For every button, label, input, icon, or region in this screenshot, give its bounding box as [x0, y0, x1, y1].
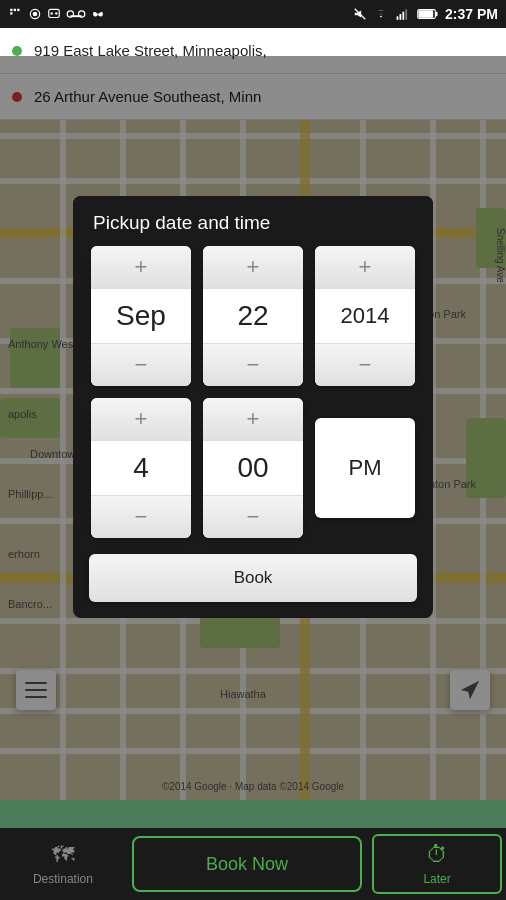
pickup-datetime-modal: Pickup date and time + Sep − + 22 −: [73, 196, 433, 618]
svg-rect-17: [419, 10, 434, 17]
later-icon: ⏱: [426, 842, 448, 868]
minute-increment-btn[interactable]: +: [203, 398, 303, 440]
battery-icon: [417, 8, 439, 20]
modal-title: Pickup date and time: [93, 212, 270, 233]
svg-rect-0: [10, 9, 12, 11]
time-display: 2:37 PM: [445, 6, 498, 22]
svg-rect-12: [397, 16, 399, 20]
book-now-button[interactable]: Book Now: [132, 836, 362, 892]
wifi-icon: [373, 7, 389, 21]
bbm-icon: [46, 7, 62, 21]
map-background: Anthony Wes... apolis Downtown Phillipp.…: [0, 28, 506, 800]
destination-icon: 🗺: [52, 842, 74, 868]
svg-point-5: [33, 12, 38, 17]
modal-book-button[interactable]: Book: [89, 554, 417, 602]
modal-header: Pickup date and time: [73, 196, 433, 246]
svg-rect-2: [17, 9, 19, 11]
svg-rect-14: [402, 12, 404, 20]
month-decrement-btn[interactable]: −: [91, 344, 191, 386]
hour-value: 4: [91, 440, 191, 496]
phone-icon: [28, 7, 42, 21]
month-increment-btn[interactable]: +: [91, 246, 191, 288]
signal-icon: [395, 7, 411, 21]
origin-dot: [12, 46, 22, 56]
year-spinner: + 2014 −: [315, 246, 415, 386]
svg-point-7: [51, 12, 53, 14]
svg-rect-6: [49, 9, 60, 17]
day-spinner: + 22 −: [203, 246, 303, 386]
year-decrement-btn[interactable]: −: [315, 344, 415, 386]
status-bar: 2:37 PM: [0, 0, 506, 28]
svg-rect-1: [14, 9, 16, 11]
status-bar-right-icons: 2:37 PM: [353, 6, 498, 22]
bottom-nav: 🗺 Destination Book Now ⏱ Later: [0, 828, 506, 900]
destination-label: Destination: [33, 872, 93, 886]
time-row: + 4 − + 00 − PM: [73, 398, 433, 538]
svg-point-8: [55, 12, 57, 14]
year-increment-btn[interactable]: +: [315, 246, 415, 288]
ampm-toggle[interactable]: PM: [315, 418, 415, 518]
book-now-label: Book Now: [206, 854, 288, 875]
svg-rect-3: [10, 12, 12, 14]
butterfly-icon: [90, 7, 106, 21]
hour-increment-btn[interactable]: +: [91, 398, 191, 440]
nav-later[interactable]: ⏱ Later: [372, 834, 502, 894]
svg-rect-15: [405, 9, 407, 19]
svg-rect-11: [70, 15, 81, 17]
day-increment-btn[interactable]: +: [203, 246, 303, 288]
month-spinner: + Sep −: [91, 246, 191, 386]
minute-decrement-btn[interactable]: −: [203, 496, 303, 538]
minute-spinner: + 00 −: [203, 398, 303, 538]
status-bar-left-icons: [8, 7, 106, 21]
day-value: 22: [203, 288, 303, 344]
later-label: Later: [423, 872, 450, 886]
svg-rect-13: [400, 14, 402, 20]
year-value: 2014: [315, 288, 415, 344]
hour-decrement-btn[interactable]: −: [91, 496, 191, 538]
nav-destination[interactable]: 🗺 Destination: [0, 828, 126, 900]
minute-value: 00: [203, 440, 303, 496]
mute-icon: [353, 7, 367, 21]
modal-overlay: Pickup date and time + Sep − + 22 −: [0, 56, 506, 800]
date-spinners-row: + Sep − + 22 − + 2014 −: [73, 246, 433, 386]
hour-spinner: + 4 −: [91, 398, 191, 538]
day-decrement-btn[interactable]: −: [203, 344, 303, 386]
voicemail-icon: [66, 7, 86, 21]
notification-icon: [8, 7, 24, 21]
month-value: Sep: [91, 288, 191, 344]
book-button-wrap: Book: [73, 554, 433, 602]
svg-rect-18: [435, 12, 437, 16]
